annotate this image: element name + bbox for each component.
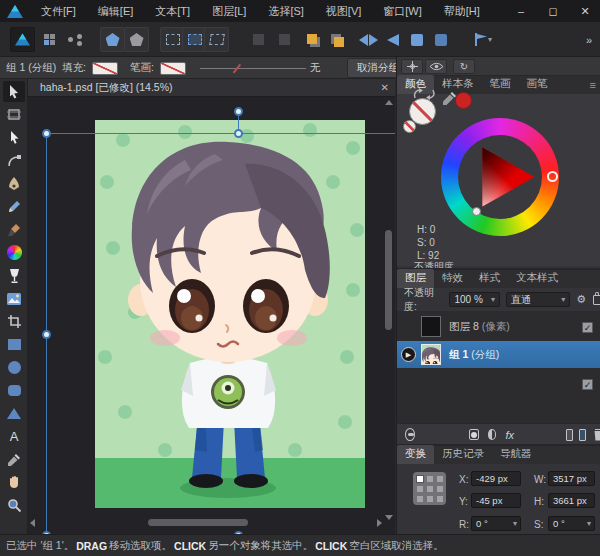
flip-horizontal-icon[interactable]	[356, 27, 381, 52]
eyedropper-icon[interactable]	[443, 92, 456, 105]
minimize-button[interactable]: –	[514, 5, 528, 17]
pixel-persona-icon[interactable]	[37, 27, 62, 52]
expand-group-icon[interactable]: ▶	[401, 347, 416, 362]
layer-effects-icon[interactable]: fx	[505, 429, 514, 441]
layer-row-group[interactable]: ▶ 组 1 (分组) ✓	[397, 341, 600, 368]
tab-navigator[interactable]: 导航器	[492, 445, 540, 464]
fill-swatch[interactable]	[92, 61, 118, 75]
fill-tool[interactable]	[3, 265, 25, 286]
export-persona-icon[interactable]	[62, 27, 87, 52]
scroll-down-icon[interactable]	[385, 515, 393, 520]
insert-inside-icon[interactable]	[100, 27, 125, 52]
tab-text-styles[interactable]: 文本样式	[508, 269, 566, 288]
text-tool[interactable]: A	[3, 426, 25, 447]
hue-marker[interactable]	[547, 171, 558, 182]
sl-marker[interactable]	[472, 207, 481, 216]
y-input[interactable]: -45 px	[471, 493, 521, 508]
app-logo-icon[interactable]	[0, 5, 30, 18]
pencil-tool[interactable]	[3, 196, 25, 217]
delete-layer-icon[interactable]	[593, 429, 600, 441]
insert-target-icon[interactable]	[428, 27, 453, 52]
edit-all-layers-icon[interactable]	[405, 428, 415, 441]
selection-handle-top-center[interactable]	[234, 129, 243, 138]
stroke-swatch[interactable]	[160, 61, 186, 75]
layer-visibility-checkbox[interactable]: ✓	[582, 379, 593, 390]
picked-color-swatch[interactable]	[455, 92, 472, 109]
layers-opacity-dropdown[interactable]: 100 % ▾	[449, 292, 500, 307]
r-dropdown[interactable]: 0 °▾	[471, 516, 521, 531]
panel-menu-icon[interactable]: ≡	[590, 79, 596, 91]
move-anchor-icon[interactable]	[401, 59, 423, 74]
place-image-tool[interactable]	[3, 288, 25, 309]
blend-options-gear-icon[interactable]: ⚙	[576, 293, 586, 306]
canvas[interactable]	[28, 97, 395, 534]
x-input[interactable]: -429 px	[471, 471, 521, 486]
vector-brush-tool[interactable]	[3, 242, 25, 263]
adjustment-layer-icon[interactable]	[488, 429, 497, 440]
mask-layer-icon[interactable]	[469, 429, 478, 440]
color-picker-tool[interactable]	[3, 449, 25, 470]
document-close-icon[interactable]: ✕	[381, 82, 389, 93]
vertical-scrollbar[interactable]	[384, 100, 393, 520]
scroll-left-icon[interactable]	[30, 519, 35, 527]
node-tool[interactable]	[3, 127, 25, 148]
sync-icon[interactable]: ↻	[453, 59, 475, 74]
selection-handle-mid-left[interactable]	[42, 330, 51, 339]
new-layer-icon[interactable]	[566, 429, 573, 441]
close-button[interactable]: ✕	[578, 5, 592, 18]
anchor-point-selector[interactable]	[413, 472, 446, 505]
designer-persona-icon[interactable]	[10, 27, 35, 52]
s-dropdown[interactable]: 0 °▾	[548, 516, 595, 531]
preview-eye-icon[interactable]	[425, 59, 447, 74]
lock-icon[interactable]	[593, 295, 600, 305]
menu-edit[interactable]: 编辑[E]	[87, 4, 144, 19]
maximize-button[interactable]: ◻	[546, 5, 560, 18]
stroke-width-slider[interactable]	[200, 68, 306, 69]
tab-stroke[interactable]: 笔画	[482, 75, 519, 94]
h-input[interactable]: 3661 px	[548, 493, 595, 508]
menu-view[interactable]: 视图[V]	[315, 4, 372, 19]
horizontal-scrollbar[interactable]	[30, 518, 382, 527]
hand-tool[interactable]	[3, 472, 25, 493]
move-to-back-icon[interactable]	[324, 27, 349, 52]
insert-behind-icon[interactable]	[404, 27, 429, 52]
marquee-transform-icon[interactable]	[204, 27, 229, 52]
brush-tool[interactable]	[3, 219, 25, 240]
menu-file[interactable]: 文件[F]	[30, 4, 87, 19]
rectangle-tool[interactable]	[3, 334, 25, 355]
document-tab[interactable]: haha-1.psd [已修改] (14.5%)	[40, 81, 172, 95]
tab-brushes[interactable]: 画笔	[519, 75, 556, 94]
triangle-tool[interactable]	[3, 403, 25, 424]
edit-selection-icon[interactable]	[124, 27, 149, 52]
menu-layer[interactable]: 图层[L]	[201, 4, 257, 19]
artboard-tool[interactable]	[3, 104, 25, 125]
new-pixel-layer-icon[interactable]	[579, 429, 586, 441]
menu-select[interactable]: 选择[S]	[257, 4, 314, 19]
scroll-up-icon[interactable]	[385, 100, 393, 105]
tab-swatches[interactable]: 样本条	[434, 75, 482, 94]
menu-text[interactable]: 文本[T]	[144, 4, 201, 19]
tab-styles[interactable]: 样式	[471, 269, 508, 288]
blend-mode-dropdown[interactable]: 直通 ▾	[506, 292, 570, 307]
horizontal-scroll-thumb[interactable]	[148, 519, 248, 526]
color-wheel[interactable]	[441, 118, 559, 236]
ellipse-tool[interactable]	[3, 357, 25, 378]
zoom-tool[interactable]	[3, 495, 25, 516]
menu-window[interactable]: 窗口[W]	[372, 4, 433, 19]
flip-vertical-icon[interactable]	[380, 27, 405, 52]
layer-row-pixel[interactable]: 图层 8 (像素) ✓	[397, 313, 600, 340]
selection-handle-top-left[interactable]	[42, 129, 51, 138]
layer-visibility-checkbox[interactable]: ✓	[582, 322, 593, 333]
rounded-rectangle-tool[interactable]	[3, 380, 25, 401]
snapping-toggle-icon[interactable]: ▾	[466, 27, 500, 52]
tab-transform[interactable]: 变换	[397, 445, 434, 464]
w-input[interactable]: 3517 px	[548, 471, 595, 486]
stroke-color-well[interactable]	[403, 120, 416, 133]
move-tool[interactable]	[3, 81, 25, 102]
rotation-handle[interactable]	[234, 107, 243, 116]
menu-help[interactable]: 帮助[H]	[433, 4, 491, 19]
scroll-right-icon[interactable]	[377, 519, 382, 527]
tab-history[interactable]: 历史记录	[434, 445, 492, 464]
corner-tool[interactable]	[3, 150, 25, 171]
crop-tool[interactable]	[3, 311, 25, 332]
